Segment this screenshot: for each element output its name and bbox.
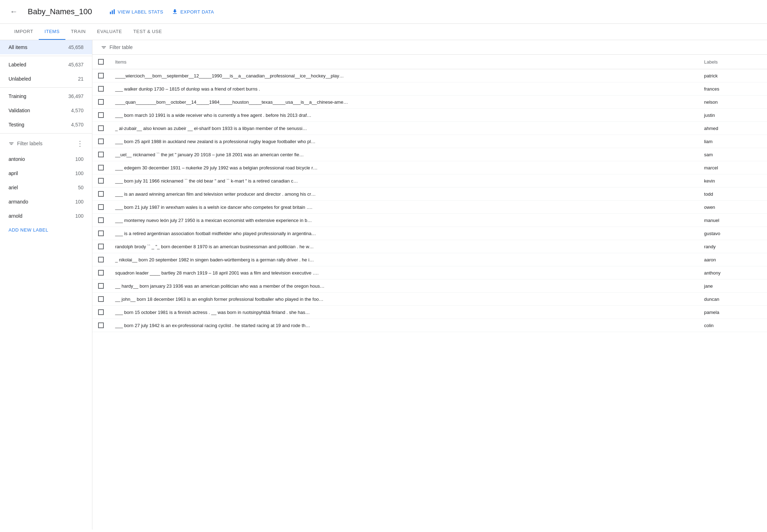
- table-row: __uel__ nicknamed `` the jet " january 2…: [92, 148, 767, 161]
- row-checkbox-4[interactable]: [98, 125, 104, 131]
- row-checkbox-16[interactable]: [98, 283, 104, 289]
- filter-bar[interactable]: Filter table: [92, 40, 767, 55]
- table-row: __ john__ born 18 december 1963 is an en…: [92, 293, 767, 306]
- row-checkbox-9[interactable]: [98, 191, 104, 197]
- data-table: Items Labels ____wiercioch___born__septe…: [92, 55, 767, 332]
- table-row: ___ monterrey nuevo león july 27 1950 is…: [92, 214, 767, 227]
- tab-items[interactable]: ITEMS: [39, 24, 65, 40]
- row-checkbox-18[interactable]: [98, 309, 104, 315]
- cell-item-15: squadron leader ____ bartley 28 march 19…: [109, 266, 698, 279]
- cell-label-0: patrick: [698, 69, 767, 82]
- row-checkbox-19[interactable]: [98, 322, 104, 328]
- cell-item-11: ___ monterrey nuevo león july 27 1950 is…: [109, 214, 698, 227]
- table-row: squadron leader ____ bartley 28 march 19…: [92, 266, 767, 279]
- table-row: ___ is a retired argentinian association…: [92, 227, 767, 240]
- cell-item-16: __ hardy__ born january 23 1936 was an a…: [109, 279, 698, 293]
- sidebar-item-ariel[interactable]: ariel 50: [0, 180, 92, 195]
- cell-item-6: __uel__ nicknamed `` the jet " january 2…: [109, 148, 698, 161]
- main-layout: All items 45,658 Labeled 45,637 Unlabele…: [0, 40, 767, 530]
- tab-train[interactable]: TRAIN: [65, 24, 92, 40]
- cell-item-8: ___ born july 31 1966 nicknamed `` the o…: [109, 174, 698, 188]
- select-all-checkbox[interactable]: [98, 59, 104, 65]
- row-checkbox-14[interactable]: [98, 257, 104, 262]
- bar-chart-icon: [109, 9, 116, 15]
- row-checkbox-6[interactable]: [98, 152, 104, 157]
- row-checkbox-10[interactable]: [98, 204, 104, 210]
- sidebar-divider-3: [0, 133, 92, 134]
- table-row: ____quan________born__october__14_____19…: [92, 96, 767, 109]
- table-row: ___ born 25 april 1988 in auckland new z…: [92, 135, 767, 148]
- back-icon: ←: [10, 7, 18, 16]
- header: ← Baby_Names_100 VIEW LABEL STATS EXPORT…: [0, 0, 767, 24]
- cell-item-3: ___ born march 10 1991 is a wide receive…: [109, 109, 698, 122]
- sidebar-item-unlabeled[interactable]: Unlabeled 21: [0, 72, 92, 86]
- table-row: __ hardy__ born january 23 1936 was an a…: [92, 279, 767, 293]
- table-row: ____wiercioch___born__september__12_____…: [92, 69, 767, 82]
- tab-import[interactable]: IMPORT: [9, 24, 39, 40]
- filter-labels-row: Filter labels ⋮: [0, 135, 92, 152]
- svg-rect-1: [112, 10, 113, 14]
- cell-item-17: __ john__ born 18 december 1963 is an en…: [109, 293, 698, 306]
- cell-label-17: duncan: [698, 293, 767, 306]
- sidebar-item-arnold[interactable]: arnold 100: [0, 209, 92, 223]
- row-checkbox-8[interactable]: [98, 178, 104, 184]
- table-row: ___ is an award winning american film an…: [92, 188, 767, 201]
- cell-label-6: sam: [698, 148, 767, 161]
- cell-item-4: _ al-zubair__ also known as zubeir __ el…: [109, 122, 698, 135]
- cell-item-2: ____quan________born__october__14_____19…: [109, 96, 698, 109]
- sidebar-item-training[interactable]: Training 36,497: [0, 89, 92, 103]
- table-row: _ nikolai__ born 20 september 1982 in si…: [92, 253, 767, 266]
- cell-item-14: _ nikolai__ born 20 september 1982 in si…: [109, 253, 698, 266]
- cell-label-4: ahmed: [698, 122, 767, 135]
- table-row: ___ born july 31 1966 nicknamed `` the o…: [92, 174, 767, 188]
- export-icon: [172, 9, 178, 15]
- cell-label-19: colin: [698, 319, 767, 332]
- cell-label-7: marcel: [698, 161, 767, 174]
- cell-label-10: owen: [698, 201, 767, 214]
- svg-rect-2: [114, 9, 115, 14]
- cell-item-10: ___ born 21 july 1987 in wrexham wales i…: [109, 201, 698, 214]
- export-data-button[interactable]: EXPORT DATA: [172, 9, 214, 15]
- row-checkbox-12[interactable]: [98, 230, 104, 236]
- row-checkbox-0[interactable]: [98, 73, 104, 78]
- cell-item-5: ___ born 25 april 1988 in auckland new z…: [109, 135, 698, 148]
- more-icon[interactable]: ⋮: [76, 139, 84, 148]
- row-checkbox-17[interactable]: [98, 296, 104, 302]
- row-checkbox-3[interactable]: [98, 112, 104, 118]
- cell-item-12: ___ is a retired argentinian association…: [109, 227, 698, 240]
- app-title: Baby_Names_100: [28, 7, 92, 16]
- sidebar-item-armando[interactable]: armando 100: [0, 195, 92, 209]
- cell-item-13: randolph brody `` _ "_ born december 8 1…: [109, 240, 698, 253]
- tab-test-use[interactable]: TEST & USE: [128, 24, 168, 40]
- back-button[interactable]: ←: [9, 6, 19, 18]
- tab-evaluate[interactable]: EVALUATE: [91, 24, 128, 40]
- row-checkbox-2[interactable]: [98, 99, 104, 105]
- row-checkbox-13[interactable]: [98, 244, 104, 249]
- cell-label-2: nelson: [698, 96, 767, 109]
- row-checkbox-5[interactable]: [98, 139, 104, 144]
- sidebar-item-labeled[interactable]: Labeled 45,637: [0, 58, 92, 72]
- sidebar-item-april[interactable]: april 100: [0, 166, 92, 180]
- filter-table-label: Filter table: [109, 44, 133, 50]
- row-checkbox-15[interactable]: [98, 270, 104, 276]
- sidebar-item-antonio[interactable]: antonio 100: [0, 152, 92, 166]
- sidebar: All items 45,658 Labeled 45,637 Unlabele…: [0, 40, 92, 530]
- row-checkbox-7[interactable]: [98, 165, 104, 170]
- row-checkbox-1[interactable]: [98, 86, 104, 92]
- sidebar-item-all-items[interactable]: All items 45,658: [0, 40, 92, 54]
- sidebar-item-validation[interactable]: Validation 4,570: [0, 103, 92, 118]
- cell-label-5: liam: [698, 135, 767, 148]
- col-header-checkbox: [92, 55, 109, 69]
- cell-label-18: pamela: [698, 306, 767, 319]
- sidebar-divider-2: [0, 87, 92, 88]
- cell-item-19: ___ born 27 july 1942 is an ex-professio…: [109, 319, 698, 332]
- sidebar-item-testing[interactable]: Testing 4,570: [0, 118, 92, 132]
- add-new-label-button[interactable]: ADD NEW LABEL: [0, 223, 92, 237]
- filter-icon: [9, 141, 14, 146]
- table-row: _ al-zubair__ also known as zubeir __ el…: [92, 122, 767, 135]
- view-label-stats-button[interactable]: VIEW LABEL STATS: [109, 9, 163, 15]
- filter-table-icon: [101, 44, 107, 50]
- row-checkbox-11[interactable]: [98, 217, 104, 223]
- cell-item-0: ____wiercioch___born__september__12_____…: [109, 69, 698, 82]
- header-actions: VIEW LABEL STATS EXPORT DATA: [109, 9, 214, 15]
